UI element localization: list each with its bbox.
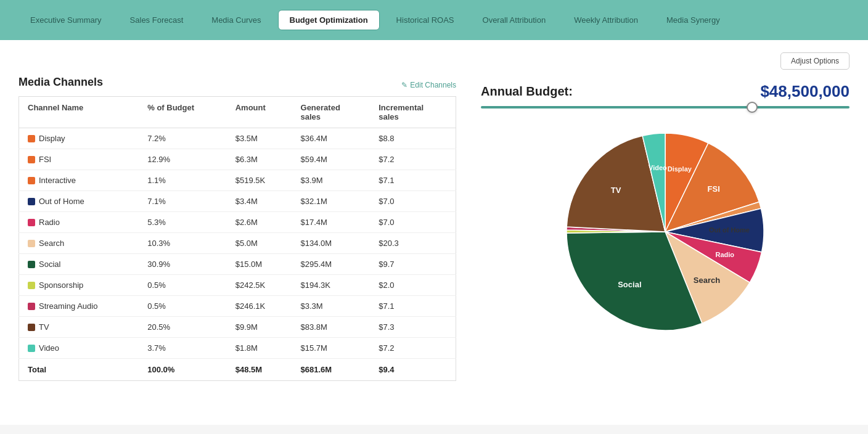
pie-label-tv: TV [611, 186, 621, 195]
total-label: Total [19, 359, 139, 381]
channel-color-dot [28, 303, 35, 310]
channel-amount: $2.6M [227, 212, 292, 233]
channel-amount: $5.0M [227, 233, 292, 254]
channel-amount: $6.3M [227, 149, 292, 170]
nav-tab-weekly-attribution[interactable]: Weekly Attribution [562, 10, 650, 30]
channel-color-dot [28, 261, 35, 268]
pie-chart-wrapper: DisplayFSIOut of HomeRadioSearchSocialTV… [481, 121, 850, 343]
channel-name-cell: Interactive [19, 170, 139, 191]
channel-amount: $3.4M [227, 191, 292, 212]
table-row: Radio 5.3% $2.6M $17.4M $7.0 [19, 212, 456, 233]
pie-label-fsi: FSI [708, 184, 720, 194]
channel-color-dot [28, 324, 35, 331]
channel-gen-sales: $134.0M [292, 233, 371, 254]
channel-name: Display [39, 134, 65, 143]
table-row: Video 3.7% $1.8M $15.7M $7.2 [19, 338, 456, 359]
channel-pct: 10.3% [139, 233, 226, 254]
channel-gen-sales: $3.9M [292, 170, 371, 191]
channel-color-dot [28, 219, 35, 226]
channel-color-dot [28, 177, 35, 184]
col-pct-budget: % of Budget [139, 97, 226, 128]
nav-tab-budget-optimization[interactable]: Budget Optimization [278, 10, 380, 30]
channel-color-dot [28, 135, 35, 142]
budget-slider-container [481, 106, 850, 108]
table-row: Search 10.3% $5.0M $134.0M $20.3 [19, 233, 456, 254]
pie-label-video: Video [649, 164, 667, 171]
pie-label-radio: Radio [716, 251, 735, 258]
budget-value: $48,500,000 [760, 82, 850, 101]
pie-label-search: Search [694, 276, 720, 285]
channel-gen-sales: $194.3K [292, 275, 371, 296]
slider-track [481, 106, 850, 108]
table-row: Out of Home 7.1% $3.4M $32.1M $7.0 [19, 191, 456, 212]
budget-title: Annual Budget: [481, 84, 573, 99]
channel-amount: $3.5M [227, 128, 292, 149]
channel-name: FSI [39, 155, 51, 164]
channel-pct: 20.5% [139, 317, 226, 338]
pie-label-social: Social [618, 280, 641, 289]
channel-name: Search [39, 239, 64, 248]
channel-amount: $1.8M [227, 338, 292, 359]
channel-gen-sales: $17.4M [292, 212, 371, 233]
channel-gen-sales: $15.7M [292, 338, 371, 359]
table-row: Display 7.2% $3.5M $36.4M $8.8 [19, 128, 456, 149]
pie-label-display: Display [668, 165, 692, 173]
channel-color-dot [28, 282, 35, 289]
channel-name-cell: FSI [19, 149, 139, 170]
col-channel-name: Channel Name [19, 97, 139, 128]
channel-inc-sales: $2.0 [370, 275, 456, 296]
slider-thumb[interactable] [747, 102, 758, 113]
channel-name: Out of Home [39, 197, 84, 206]
channel-amount: $246.1K [227, 296, 292, 317]
channel-name: Social [39, 260, 60, 269]
channel-name-cell: Streaming Audio [19, 296, 139, 317]
pie-label-out-of-home: Out of Home [709, 226, 750, 234]
channel-name-cell: Sponsorship [19, 275, 139, 296]
channel-inc-sales: $7.2 [370, 338, 456, 359]
total-gen-sales: $681.6M [292, 359, 371, 381]
media-channels-table: Channel Name % of Budget Amount Generate… [18, 96, 456, 381]
channel-pct: 0.5% [139, 275, 226, 296]
channel-inc-sales: $7.1 [370, 170, 456, 191]
nav-tab-executive-summary[interactable]: Executive Summary [18, 10, 113, 30]
table-row: Sponsorship 0.5% $242.5K $194.3K $2.0 [19, 275, 456, 296]
channel-pct: 1.1% [139, 170, 226, 191]
channel-gen-sales: $32.1M [292, 191, 371, 212]
channel-name: Radio [39, 218, 60, 227]
channel-inc-sales: $20.3 [370, 233, 456, 254]
channel-gen-sales: $3.3M [292, 296, 371, 317]
channel-gen-sales: $36.4M [292, 128, 371, 149]
channel-gen-sales: $83.8M [292, 317, 371, 338]
channel-color-dot [28, 345, 35, 352]
channel-color-dot [28, 240, 35, 247]
nav-tab-historical-roas[interactable]: Historical ROAS [385, 10, 466, 30]
channel-pct: 12.9% [139, 149, 226, 170]
main-content: Adjust Options Media Channels ✎ Edit Cha… [0, 40, 868, 425]
channel-name: Sponsorship [39, 280, 83, 290]
edit-channels-link[interactable]: ✎ Edit Channels [401, 81, 456, 89]
nav-tab-media-synergy[interactable]: Media Synergy [655, 10, 732, 30]
table-row: Streaming Audio 0.5% $246.1K $3.3M $7.1 [19, 296, 456, 317]
adjust-options-button[interactable]: Adjust Options [780, 52, 850, 70]
channel-inc-sales: $7.2 [370, 149, 456, 170]
navigation-bar: Executive SummarySales ForecastMedia Cur… [0, 0, 868, 40]
channel-inc-sales: $7.1 [370, 296, 456, 317]
nav-tab-media-curves[interactable]: Media Curves [200, 10, 272, 30]
channel-gen-sales: $59.4M [292, 149, 371, 170]
nav-tab-sales-forecast[interactable]: Sales Forecast [118, 10, 195, 30]
channel-amount: $519.5K [227, 170, 292, 191]
total-amount: $48.5M [227, 359, 292, 381]
channel-pct: 7.1% [139, 191, 226, 212]
table-row: Social 30.9% $15.0M $295.4M $9.7 [19, 254, 456, 275]
total-inc-sales: $9.4 [370, 359, 456, 381]
channel-gen-sales: $295.4M [292, 254, 371, 275]
channel-name-cell: TV [19, 317, 139, 338]
pie-chart: DisplayFSIOut of HomeRadioSearchSocialTV… [554, 121, 776, 343]
left-panel: Media Channels ✎ Edit Channels Channel N… [18, 76, 456, 381]
table-row: Interactive 1.1% $519.5K $3.9M $7.1 [19, 170, 456, 191]
channel-inc-sales: $7.0 [370, 212, 456, 233]
channel-name: Video [39, 343, 59, 353]
channel-name-cell: Radio [19, 212, 139, 233]
nav-tab-overall-attribution[interactable]: Overall Attribution [471, 10, 558, 30]
channel-name-cell: Video [19, 338, 139, 359]
